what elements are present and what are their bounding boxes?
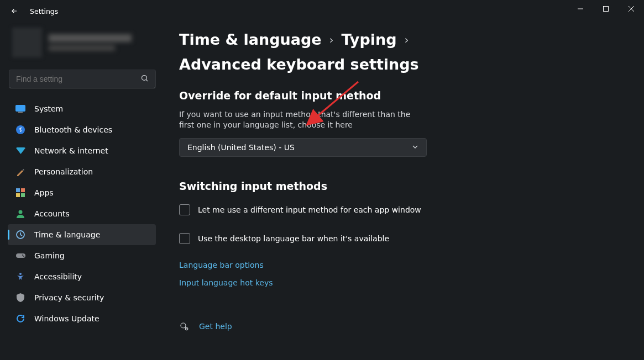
breadcrumb-current: Advanced keyboard settings [179, 56, 419, 73]
svg-rect-8 [21, 193, 25, 197]
sidebar-item-gaming[interactable]: Gaming [8, 245, 156, 266]
time-language-icon [15, 230, 25, 240]
sidebar-item-accounts[interactable]: Accounts [8, 203, 156, 224]
search-input[interactable] [16, 75, 122, 83]
svg-point-14 [19, 273, 22, 275]
sidebar-item-label: Apps [34, 188, 54, 197]
checkbox[interactable] [179, 233, 190, 244]
svg-rect-7 [16, 193, 20, 197]
maximize-button[interactable] [593, 0, 619, 18]
sidebar-item-label: Accounts [34, 209, 70, 218]
sidebar-item-privacy[interactable]: Privacy & security [8, 287, 156, 308]
sidebar-item-system[interactable]: System [8, 98, 156, 119]
window-title: Settings [30, 7, 58, 15]
breadcrumb-root[interactable]: Time & language [179, 31, 322, 48]
nav-list: System Bluetooth & devices Network & int… [8, 98, 164, 329]
help-icon [179, 321, 189, 331]
accessibility-icon [15, 272, 25, 282]
svg-rect-6 [21, 188, 25, 192]
minimize-button[interactable] [568, 0, 593, 18]
window-controls [568, 0, 644, 18]
get-help-link[interactable]: Get help [199, 322, 232, 331]
network-icon [15, 146, 25, 156]
profile-block[interactable] [8, 27, 164, 59]
svg-point-13 [23, 256, 24, 257]
sidebar: System Bluetooth & devices Network & int… [0, 22, 164, 360]
search-box[interactable] [9, 70, 156, 88]
breadcrumb-mid[interactable]: Typing [342, 31, 397, 48]
sidebar-item-label: Personalization [34, 167, 93, 176]
apps-icon [15, 188, 25, 198]
sidebar-item-label: Gaming [34, 251, 65, 260]
checkbox[interactable] [179, 204, 190, 215]
language-bar-options-link[interactable]: Language bar options [179, 261, 629, 269]
svg-rect-0 [604, 7, 609, 12]
svg-rect-3 [18, 112, 23, 113]
svg-point-9 [19, 210, 23, 214]
personalization-icon [15, 167, 25, 177]
avatar [12, 28, 42, 57]
checkbox-row-per-app[interactable]: Let me use a different input method for … [179, 204, 629, 215]
select-value: English (United States) - US [187, 143, 295, 152]
sidebar-item-time-language[interactable]: Time & language [8, 224, 156, 245]
input-hotkeys-link[interactable]: Input language hot keys [179, 278, 629, 287]
bluetooth-icon [15, 125, 25, 135]
sidebar-item-accessibility[interactable]: Accessibility [8, 266, 156, 287]
privacy-icon [15, 293, 25, 303]
sidebar-item-label: Windows Update [34, 314, 100, 323]
sidebar-item-label: Privacy & security [34, 293, 104, 302]
sidebar-item-label: Bluetooth & devices [34, 125, 112, 134]
accounts-icon [15, 209, 25, 219]
breadcrumb: Time & language › Typing › Advanced keyb… [179, 31, 629, 73]
help-row: Get help [179, 321, 629, 331]
sidebar-item-label: Time & language [34, 230, 100, 239]
close-button[interactable] [619, 0, 644, 18]
input-method-select[interactable]: English (United States) - US [179, 138, 427, 157]
sidebar-item-bluetooth[interactable]: Bluetooth & devices [8, 119, 156, 140]
profile-text [49, 34, 132, 51]
back-button[interactable] [10, 7, 19, 15]
gaming-icon [15, 251, 25, 261]
sidebar-item-personalization[interactable]: Personalization [8, 161, 156, 182]
chevron-down-icon [412, 143, 418, 152]
sidebar-item-label: Accessibility [34, 272, 82, 281]
svg-point-12 [22, 255, 23, 256]
switching-heading: Switching input methods [179, 180, 629, 192]
main-panel: Time & language › Typing › Advanced keyb… [164, 22, 644, 360]
override-heading: Override for default input method [179, 89, 629, 102]
checkbox-label: Use the desktop language bar when it's a… [198, 234, 389, 243]
system-icon [15, 104, 25, 114]
update-icon [15, 314, 25, 324]
override-description: If you want to use an input method that'… [179, 109, 422, 130]
titlebar: Settings [0, 0, 644, 22]
sidebar-item-label: System [34, 104, 63, 113]
svg-point-1 [142, 75, 147, 80]
search-icon [140, 74, 149, 84]
sidebar-item-network[interactable]: Network & internet [8, 140, 156, 161]
sidebar-item-apps[interactable]: Apps [8, 182, 156, 203]
svg-rect-2 [16, 105, 25, 112]
svg-rect-5 [16, 188, 20, 192]
chevron-right-icon: › [329, 33, 334, 46]
chevron-right-icon: › [405, 33, 409, 46]
sidebar-item-label: Network & internet [34, 146, 108, 155]
sidebar-item-update[interactable]: Windows Update [8, 308, 156, 329]
checkbox-label: Let me use a different input method for … [198, 205, 421, 214]
checkbox-row-language-bar[interactable]: Use the desktop language bar when it's a… [179, 233, 629, 244]
